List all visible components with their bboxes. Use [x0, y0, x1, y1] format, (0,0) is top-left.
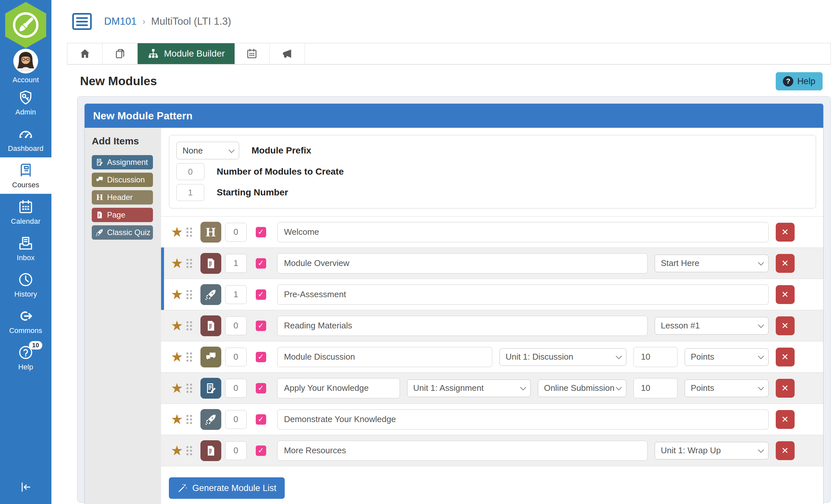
- item-type-badge: [200, 253, 221, 274]
- delete-row-button[interactable]: ✕: [776, 379, 794, 398]
- favorite-star-icon[interactable]: ★: [171, 319, 183, 333]
- indent-indicator: [161, 248, 164, 279]
- delete-row-button[interactable]: ✕: [776, 285, 794, 304]
- breadcrumb-course-link[interactable]: DM101: [104, 16, 137, 27]
- gauge-icon: [18, 126, 34, 142]
- delete-row-button[interactable]: ✕: [776, 317, 794, 335]
- published-checkbox[interactable]: ✓: [256, 446, 266, 456]
- points-input[interactable]: [634, 347, 677, 367]
- indent-level-input[interactable]: [225, 410, 247, 429]
- module-prefix-select[interactable]: None: [176, 142, 239, 159]
- module-row: ★ ✓✕: [161, 279, 823, 310]
- new-module-pattern-panel: New Module Pattern Add Items Assignment …: [84, 103, 824, 504]
- module-item-title-input[interactable]: [277, 378, 400, 398]
- sidebar-item-account[interactable]: Account: [0, 48, 51, 84]
- collapse-sidebar-button[interactable]: [0, 479, 51, 497]
- favorite-star-icon[interactable]: ★: [171, 444, 183, 457]
- delete-row-button[interactable]: ✕: [776, 254, 794, 273]
- tab-announcements[interactable]: [270, 43, 305, 64]
- published-checkbox[interactable]: ✓: [256, 258, 266, 269]
- indent-level-input[interactable]: [225, 379, 247, 398]
- drag-handle-icon[interactable]: [187, 259, 192, 268]
- item-option-select[interactable]: Unit 1: Discussion: [499, 348, 626, 366]
- indent-level-input[interactable]: [225, 285, 247, 304]
- clock-icon: [18, 272, 34, 288]
- course-menu-toggle-icon[interactable]: [72, 13, 92, 30]
- favorite-star-icon[interactable]: ★: [171, 288, 183, 301]
- favorite-star-icon[interactable]: ★: [171, 256, 183, 270]
- add-classic-quiz-button[interactable]: Classic Quiz: [92, 225, 153, 240]
- add-discussion-button[interactable]: Discussion: [92, 173, 153, 187]
- delete-row-button[interactable]: ✕: [776, 223, 794, 242]
- add-assignment-button[interactable]: Assignment: [92, 155, 153, 170]
- module-item-title-input[interactable]: [277, 284, 768, 305]
- item-option-select[interactable]: Online Submission: [538, 379, 626, 397]
- sidebar-item-help[interactable]: 10Help: [0, 339, 51, 376]
- published-checkbox[interactable]: ✓: [256, 383, 266, 394]
- favorite-star-icon[interactable]: ★: [171, 413, 183, 426]
- school-logo[interactable]: [5, 2, 46, 48]
- sitemap-icon: [147, 48, 159, 59]
- published-checkbox[interactable]: ✓: [256, 289, 266, 300]
- num-modules-input[interactable]: [176, 163, 204, 180]
- sidebar-item-commons[interactable]: Commons: [0, 303, 51, 339]
- delete-row-button[interactable]: ✕: [776, 348, 794, 367]
- indent-level-input[interactable]: [225, 254, 247, 273]
- module-item-title-input[interactable]: [277, 440, 647, 461]
- add-page-button[interactable]: Page: [92, 208, 153, 222]
- tab-calendar[interactable]: [235, 43, 270, 64]
- item-type-badge: [200, 440, 221, 461]
- module-item-title-input[interactable]: [277, 347, 492, 367]
- sidebar-item-courses[interactable]: Courses: [0, 157, 51, 194]
- favorite-star-icon[interactable]: ★: [171, 381, 183, 395]
- published-checkbox[interactable]: ✓: [256, 414, 266, 425]
- delete-row-button[interactable]: ✕: [776, 441, 794, 460]
- item-option-value: Unit 1: Assignment: [413, 383, 484, 393]
- tab-copy[interactable]: [102, 43, 138, 64]
- indent-level-input[interactable]: [225, 223, 247, 242]
- generate-module-list-button[interactable]: Generate Module List: [169, 477, 285, 499]
- add-header-button[interactable]: HHeader: [92, 190, 153, 204]
- published-checkbox[interactable]: ✓: [256, 352, 266, 362]
- sidebar-item-admin[interactable]: Admin: [0, 84, 51, 121]
- module-item-title-input[interactable]: [277, 316, 647, 336]
- favorite-star-icon[interactable]: ★: [171, 350, 183, 364]
- drag-handle-icon[interactable]: [187, 352, 192, 361]
- favorite-star-icon[interactable]: ★: [171, 225, 183, 239]
- sidebar-item-calendar[interactable]: Calendar: [0, 194, 51, 230]
- tabbar-spacer: [305, 43, 830, 64]
- points-input[interactable]: [634, 378, 677, 398]
- item-option-select[interactable]: Unit 1: Assignment: [407, 379, 531, 397]
- drag-handle-icon[interactable]: [187, 415, 192, 424]
- page-icon: [205, 257, 217, 270]
- starting-number-input[interactable]: [176, 184, 204, 201]
- drag-handle-icon[interactable]: [187, 228, 192, 237]
- module-item-title-input[interactable]: [277, 222, 768, 242]
- tab-home[interactable]: [67, 43, 102, 64]
- help-button[interactable]: ? Help: [776, 72, 823, 91]
- drag-handle-icon[interactable]: [187, 446, 192, 455]
- tab-module-builder[interactable]: Module Builder: [138, 43, 235, 64]
- indent-level-input[interactable]: [225, 441, 247, 460]
- indent-level-input[interactable]: [225, 348, 247, 367]
- calendar-dark-icon: [246, 48, 258, 59]
- published-checkbox[interactable]: ✓: [256, 227, 266, 237]
- module-item-title-input[interactable]: [277, 409, 768, 430]
- item-option-select[interactable]: Unit 1: Wrap Up: [655, 442, 768, 459]
- item-option-select[interactable]: Start Here: [655, 255, 768, 272]
- published-checkbox[interactable]: ✓: [256, 321, 266, 331]
- sidebar-item-inbox[interactable]: Inbox: [0, 230, 51, 267]
- drag-handle-icon[interactable]: [187, 384, 192, 393]
- sidebar-item-history[interactable]: History: [0, 267, 51, 303]
- indent-level-input[interactable]: [225, 317, 247, 335]
- drag-handle-icon[interactable]: [187, 290, 192, 299]
- module-item-title-input[interactable]: [277, 253, 647, 274]
- add-item-label: Header: [107, 193, 133, 202]
- sidebar-item-dashboard[interactable]: Dashboard: [0, 121, 51, 157]
- delete-row-button[interactable]: ✕: [776, 410, 794, 429]
- points-type-select[interactable]: Points: [685, 348, 768, 366]
- item-option-select[interactable]: Lesson #1: [655, 317, 768, 334]
- sidebar-item-label: Account: [13, 76, 39, 84]
- points-type-select[interactable]: Points: [685, 379, 768, 397]
- drag-handle-icon[interactable]: [187, 321, 192, 330]
